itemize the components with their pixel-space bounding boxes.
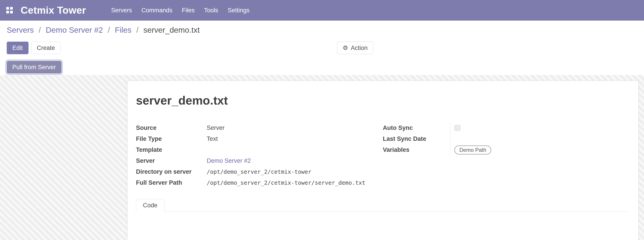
field-value-source: Server bbox=[207, 124, 224, 131]
field-label: Auto Sync bbox=[383, 124, 450, 131]
auto-sync-checkbox[interactable] bbox=[454, 125, 460, 131]
notebook-tabs: Code bbox=[136, 199, 629, 212]
main-content: server_demo.txt Source Server File Type … bbox=[0, 75, 644, 240]
field-value-directory: /opt/demo_server_2/cetmix-tower bbox=[207, 169, 312, 175]
field-label: Variables bbox=[383, 146, 450, 153]
field-label: Server bbox=[136, 157, 207, 164]
form-sheet: server_demo.txt Source Server File Type … bbox=[127, 81, 638, 240]
field-row-directory: Directory on server /opt/demo_server_2/c… bbox=[136, 166, 383, 177]
edit-button[interactable]: Edit bbox=[7, 42, 28, 54]
field-row-full-path: Full Server Path /opt/demo_server_2/cetm… bbox=[136, 177, 383, 188]
field-row-source: Source Server bbox=[136, 122, 383, 133]
fields-left-column: Source Server File Type Text Template Se… bbox=[136, 122, 383, 188]
form-fields: Source Server File Type Text Template Se… bbox=[136, 122, 629, 188]
field-value-full-path: /opt/demo_server_2/cetmix-tower/server_d… bbox=[207, 180, 365, 186]
field-label: Template bbox=[136, 146, 207, 153]
control-panel: Servers / Demo Server #2 / Files / serve… bbox=[0, 21, 644, 75]
field-value-last-sync-date bbox=[450, 133, 607, 144]
top-navbar: Cetmix Tower Servers Commands Files Tool… bbox=[0, 0, 644, 21]
menu-servers[interactable]: Servers bbox=[111, 7, 132, 14]
menu-settings[interactable]: Settings bbox=[228, 7, 250, 14]
action-button[interactable]: ⚙ Action bbox=[337, 42, 373, 54]
field-row-variables: Variables Demo Path bbox=[383, 144, 607, 155]
field-row-template: Template bbox=[136, 144, 383, 155]
breadcrumb: Servers / Demo Server #2 / Files / serve… bbox=[7, 24, 637, 36]
field-label: Last Sync Date bbox=[383, 135, 450, 142]
menu-tools[interactable]: Tools bbox=[204, 7, 218, 14]
action-button-label: Action bbox=[351, 44, 368, 51]
field-row-server: Server Demo Server #2 bbox=[136, 155, 383, 166]
pull-row: Pull from Server bbox=[7, 61, 637, 73]
field-label: File Type bbox=[136, 135, 207, 142]
field-value-file-type: Text bbox=[207, 135, 218, 142]
breadcrumb-separator: / bbox=[108, 25, 110, 34]
field-label: Full Server Path bbox=[136, 179, 207, 186]
field-row-file-type: File Type Text bbox=[136, 133, 383, 144]
brand-title[interactable]: Cetmix Tower bbox=[21, 5, 86, 16]
pull-from-server-button[interactable]: Pull from Server bbox=[7, 61, 62, 73]
menu-files[interactable]: Files bbox=[182, 7, 194, 14]
main-menu: Servers Commands Files Tools Settings bbox=[111, 7, 250, 14]
breadcrumb-current: server_demo.txt bbox=[144, 25, 200, 34]
fields-right-column: Auto Sync Last Sync Date Variables Demo … bbox=[383, 122, 607, 188]
field-value-server-link[interactable]: Demo Server #2 bbox=[207, 157, 251, 164]
menu-commands[interactable]: Commands bbox=[141, 7, 172, 14]
breadcrumb-files[interactable]: Files bbox=[115, 25, 132, 34]
field-value-auto-sync bbox=[450, 122, 607, 133]
breadcrumb-separator: / bbox=[38, 25, 41, 34]
field-label: Directory on server bbox=[136, 168, 207, 175]
breadcrumb-servers[interactable]: Servers bbox=[7, 25, 34, 34]
field-label: Source bbox=[136, 124, 207, 131]
tab-code-content bbox=[136, 212, 629, 240]
apps-grid-icon[interactable] bbox=[6, 7, 13, 14]
field-row-last-sync-date: Last Sync Date bbox=[383, 133, 607, 144]
field-value-variables: Demo Path bbox=[450, 144, 607, 155]
page-title: server_demo.txt bbox=[136, 93, 629, 108]
create-button[interactable]: Create bbox=[31, 42, 60, 54]
variable-tag-demo-path: Demo Path bbox=[454, 145, 491, 154]
breadcrumb-demo-server[interactable]: Demo Server #2 bbox=[46, 25, 103, 34]
breadcrumb-separator: / bbox=[136, 25, 138, 34]
button-row: Edit Create ⚙ Action bbox=[7, 42, 637, 54]
tab-code[interactable]: Code bbox=[136, 199, 164, 212]
gear-icon: ⚙ bbox=[343, 45, 348, 51]
field-row-auto-sync: Auto Sync bbox=[383, 122, 607, 133]
